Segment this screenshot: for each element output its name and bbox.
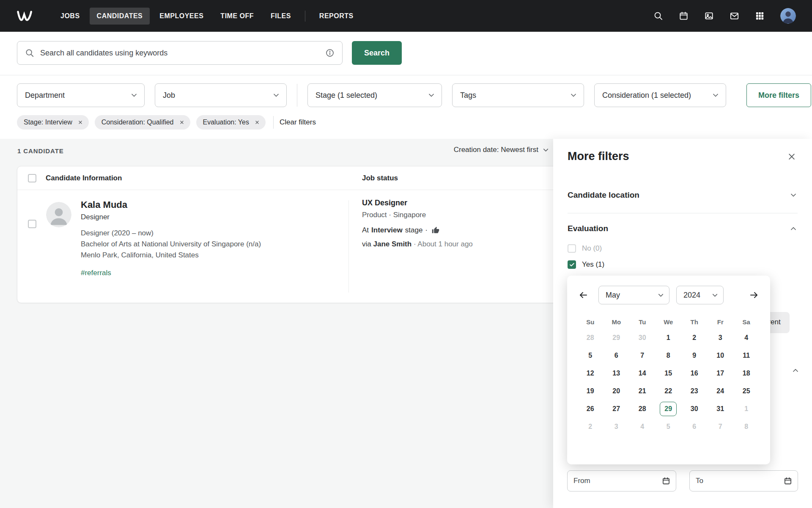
calendar-day[interactable]: 28 [577, 329, 604, 347]
media-icon[interactable] [704, 11, 714, 21]
calendar-day[interactable]: 12 [577, 364, 604, 382]
mail-icon[interactable] [730, 11, 739, 21]
calendar-day-grid: 2829301234567891011121314151617181920212… [577, 329, 760, 436]
job-title[interactable]: UX Designer [362, 199, 473, 207]
search-input[interactable] [40, 49, 319, 58]
nav-item-employees[interactable]: EMPLOYEES [152, 8, 211, 25]
select-all-checkbox[interactable] [28, 174, 36, 182]
calendar-icon[interactable] [679, 11, 689, 21]
calendar-day[interactable]: 22 [656, 382, 682, 400]
calendar-header: May 2024 [577, 286, 760, 304]
calendar-day[interactable]: 4 [629, 418, 656, 436]
previous-month-arrow-icon[interactable] [577, 289, 589, 301]
next-month-arrow-icon[interactable] [748, 289, 760, 301]
stage-name: Interview [371, 226, 403, 235]
calendar-day[interactable]: 1 [733, 400, 760, 418]
calendar-day[interactable]: 21 [629, 382, 656, 400]
calendar-day[interactable]: 11 [733, 347, 760, 364]
calendar-day[interactable]: 25 [733, 382, 760, 400]
calendar-day[interactable]: 13 [604, 364, 630, 382]
calendar-day[interactable]: 26 [577, 400, 604, 418]
calendar-day[interactable]: 6 [604, 347, 630, 364]
chevron-up-icon[interactable] [791, 366, 800, 375]
info-icon[interactable] [325, 48, 335, 58]
section-candidate-location[interactable]: Candidate location [568, 185, 798, 205]
search-button[interactable]: Search [352, 41, 402, 65]
calendar-icon[interactable] [784, 477, 792, 485]
calendar-day[interactable]: 28 [629, 400, 656, 418]
user-avatar[interactable] [780, 8, 796, 24]
remove-chip-icon[interactable] [253, 118, 261, 127]
calendar-day[interactable]: 20 [604, 382, 630, 400]
calendar-day[interactable]: 9 [681, 347, 708, 364]
calendar-day[interactable]: 3 [604, 418, 630, 436]
filter-dropdown-job[interactable]: Job [155, 83, 287, 107]
year-select[interactable]: 2024 [676, 286, 724, 304]
evaluation-option-no[interactable]: No (0) [568, 240, 798, 257]
calendar-day[interactable]: 29 [656, 400, 682, 418]
calendar-day[interactable]: 1 [656, 329, 682, 347]
date-to-input[interactable] [696, 477, 759, 485]
stage-suffix: stage [405, 226, 423, 235]
calendar-day[interactable]: 19 [577, 382, 604, 400]
apps-grid-icon[interactable] [755, 11, 765, 21]
checkbox-checked[interactable] [568, 260, 576, 269]
month-select[interactable]: May [598, 286, 669, 304]
section-evaluation[interactable]: Evaluation [568, 218, 798, 239]
calendar-day[interactable]: 7 [629, 347, 656, 364]
calendar-day[interactable]: 2 [577, 418, 604, 436]
search-icon[interactable] [653, 11, 663, 21]
calendar-day[interactable]: 31 [708, 400, 734, 418]
calendar-day[interactable]: 29 [604, 329, 630, 347]
calendar-day[interactable]: 16 [681, 364, 708, 382]
calendar-day[interactable]: 24 [708, 382, 734, 400]
close-icon[interactable] [786, 151, 798, 163]
calendar-day[interactable]: 3 [708, 329, 734, 347]
nav-item-candidates[interactable]: CANDIDATES [90, 8, 150, 25]
filter-dropdown-department[interactable]: Department [17, 83, 145, 107]
active-filter-chips: Stage: InterviewConsideration: Qualified… [0, 115, 812, 139]
job-stage-line: At Interview stage · [362, 226, 473, 235]
more-filters-button[interactable]: More filters [746, 83, 811, 107]
calendar-day[interactable]: 27 [604, 400, 630, 418]
nav-item-reports[interactable]: REPORTS [312, 8, 361, 25]
filter-divider [297, 84, 297, 107]
filter-dropdown-consideration[interactable]: Consideration (1 selected) [594, 83, 726, 107]
calendar-day[interactable]: 14 [629, 364, 656, 382]
filter-dropdown-stage[interactable]: Stage (1 selected) [307, 83, 442, 107]
search-box [17, 41, 343, 65]
checkbox-unchecked[interactable] [568, 244, 576, 253]
clear-filters-link[interactable]: Clear filters [280, 118, 316, 127]
calendar-day[interactable]: 23 [681, 382, 708, 400]
calendar-day[interactable]: 2 [681, 329, 708, 347]
nav-item-jobs[interactable]: JOBS [53, 8, 87, 25]
calendar-day[interactable]: 5 [656, 418, 682, 436]
calendar-day[interactable]: 15 [656, 364, 682, 382]
remove-chip-icon[interactable] [76, 118, 85, 127]
calendar-day[interactable]: 6 [681, 418, 708, 436]
calendar-day[interactable]: 30 [629, 329, 656, 347]
calendar-day[interactable]: 18 [733, 364, 760, 382]
candidate-tag-referrals[interactable]: #referrals [81, 269, 111, 277]
calendar-icon[interactable] [662, 477, 670, 485]
weekday-label: Su [577, 315, 604, 328]
workable-logo[interactable] [16, 9, 37, 23]
calendar-day[interactable]: 30 [681, 400, 708, 418]
sort-dropdown[interactable]: Creation date: Newest first [454, 146, 550, 154]
filter-dropdown-tags[interactable]: Tags [452, 83, 584, 107]
calendar-day[interactable]: 4 [733, 329, 760, 347]
calendar-day[interactable]: 5 [577, 347, 604, 364]
calendar-day[interactable]: 17 [708, 364, 734, 382]
date-from-input[interactable] [573, 477, 637, 485]
candidate-name[interactable]: Kala Muda [81, 199, 261, 210]
candidate-location: Menlo Park, California, United States [81, 250, 261, 261]
calendar-day[interactable]: 10 [708, 347, 734, 364]
remove-chip-icon[interactable] [178, 118, 186, 127]
calendar-day[interactable]: 8 [656, 347, 682, 364]
calendar-day[interactable]: 7 [708, 418, 734, 436]
nav-item-time-off[interactable]: TIME OFF [213, 8, 261, 25]
row-checkbox[interactable] [28, 220, 36, 228]
evaluation-option-yes[interactable]: Yes (1) [568, 257, 798, 273]
calendar-day[interactable]: 8 [733, 418, 760, 436]
nav-item-files[interactable]: FILES [263, 8, 298, 25]
